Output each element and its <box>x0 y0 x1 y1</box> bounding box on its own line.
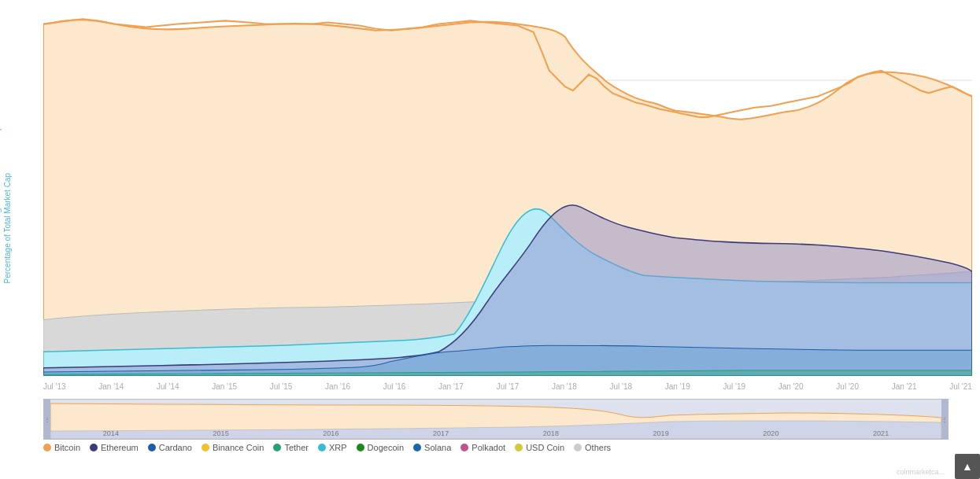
mini-year-label: 2016 <box>323 429 338 437</box>
bottom-section: ⋮ ⋮ 2014 2015 2016 2017 2018 2019 2020 2… <box>0 397 980 479</box>
legend-dot-xrp <box>318 444 326 451</box>
legend-dot-dogecoin <box>357 444 364 451</box>
x-axis-labels: Jul '13 Jan '14 Jul '14 Jan '15 Jul '15 … <box>43 382 972 391</box>
mini-year-labels: 2014 2015 2016 2017 2018 2019 2020 2021 <box>56 429 936 437</box>
mini-year-label: 2014 <box>103 429 119 437</box>
legend-item-tether: Tether <box>273 443 309 452</box>
watermark: coinmarketca... <box>897 468 945 476</box>
x-label: Jul '15 <box>270 382 293 391</box>
legend-dot-bitcoin <box>43 444 51 451</box>
legend-item-polkadot: Polkadot <box>460 443 505 452</box>
legend: Bitcoin Ethereum Cardano Binance Coin Te… <box>43 443 941 452</box>
main-svg: 80% 60% 40% 20% 0% <box>43 6 972 376</box>
legend-label-others: Others <box>585 443 611 452</box>
legend-dot-polkadot <box>460 444 468 451</box>
x-label: Jan '15 <box>212 382 237 391</box>
legend-item-usdcoin: USD Coin <box>515 443 564 452</box>
x-label: Jan '17 <box>438 382 464 391</box>
x-label: Jan '18 <box>552 382 577 391</box>
legend-dot-binancecoin <box>202 444 209 451</box>
x-label: Jan '14 <box>98 382 124 391</box>
legend-label-solana: Solana <box>424 443 451 452</box>
legend-label-tether: Tether <box>284 443 309 452</box>
legend-dot-ethereum <box>90 444 98 451</box>
main-chart: Percentage of Total Market Cap <box>0 0 980 397</box>
mini-handle-right[interactable]: ⋮ <box>941 400 948 439</box>
legend-dot-tether <box>273 444 281 451</box>
x-label: Jul '18 <box>610 382 633 391</box>
legend-label-cardano: Cardano <box>159 443 192 452</box>
legend-item-solana: Solana <box>413 443 451 452</box>
chart-container: Percentage of Total Market Cap <box>0 0 980 479</box>
legend-label-bitcoin: Bitcoin <box>54 443 80 452</box>
x-label: Jan '19 <box>665 382 690 391</box>
mini-year-label: 2015 <box>213 429 229 437</box>
legend-dot-usdcoin <box>515 444 523 451</box>
x-label: Jan '16 <box>325 382 350 391</box>
mini-handle-left[interactable]: ⋮ <box>44 400 50 439</box>
x-label: Jul '13 <box>43 382 66 391</box>
legend-dot-cardano <box>148 444 156 451</box>
y-axis-label: Percentage of Total Market Cap <box>3 173 12 283</box>
legend-label-binancecoin: Binance Coin <box>213 443 264 452</box>
mini-year-label: 2019 <box>653 429 669 437</box>
mini-year-label: 2017 <box>433 429 449 437</box>
legend-label-ethereum: Ethereum <box>101 443 139 452</box>
mini-year-label: 2020 <box>763 429 778 437</box>
x-label: Jan '20 <box>778 382 804 391</box>
scroll-up-button[interactable]: ▲ <box>955 454 980 479</box>
y-axis-label: Percentage of Total Market Cap <box>0 126 2 248</box>
x-label: Jul '14 <box>157 382 179 391</box>
legend-item-bitcoin: Bitcoin <box>43 443 80 452</box>
x-label: Jul '21 <box>949 382 972 391</box>
legend-label-dogecoin: Dogecoin <box>368 443 404 452</box>
x-label: Jul '19 <box>723 382 745 391</box>
legend-dot-solana <box>413 444 421 451</box>
legend-dot-others <box>574 444 582 451</box>
x-label: Jul '20 <box>836 382 859 391</box>
mini-year-label: 2018 <box>543 429 559 437</box>
x-label: Jan '21 <box>892 382 917 391</box>
legend-item-xrp: XRP <box>318 443 347 452</box>
mini-chart[interactable]: ⋮ ⋮ 2014 2015 2016 2017 2018 2019 2020 2… <box>43 399 949 440</box>
legend-item-binancecoin: Binance Coin <box>202 443 264 452</box>
x-label: Jul '16 <box>383 382 406 391</box>
legend-label-polkadot: Polkadot <box>472 443 505 452</box>
legend-item-dogecoin: Dogecoin <box>357 443 404 452</box>
legend-item-ethereum: Ethereum <box>90 443 139 452</box>
legend-label-xrp: XRP <box>329 443 347 452</box>
legend-item-others: Others <box>574 443 611 452</box>
x-label: Jul '17 <box>497 382 520 391</box>
mini-year-label: 2021 <box>873 429 889 437</box>
legend-item-cardano: Cardano <box>148 443 192 452</box>
legend-label-usdcoin: USD Coin <box>526 443 564 452</box>
